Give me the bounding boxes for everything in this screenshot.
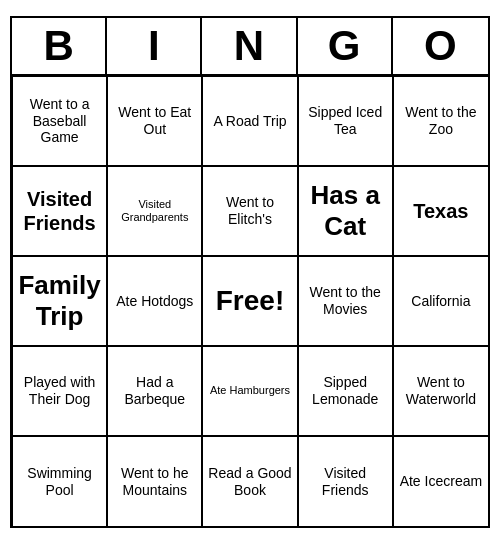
cell-text-19: Went to Waterworld xyxy=(398,374,484,408)
bingo-cell-23: Visited Friends xyxy=(298,436,393,526)
cell-text-4: Went to the Zoo xyxy=(398,104,484,138)
bingo-cell-21: Went to he Mountains xyxy=(107,436,202,526)
bingo-cell-20: Swimming Pool xyxy=(12,436,107,526)
cell-text-15: Played with Their Dog xyxy=(17,374,102,408)
cell-text-21: Went to he Mountains xyxy=(112,465,197,499)
cell-text-11: Ate Hotdogs xyxy=(116,293,193,310)
bingo-cell-22: Read a Good Book xyxy=(202,436,297,526)
cell-text-10: Family Trip xyxy=(17,270,102,332)
bingo-cell-7: Went to Elitch's xyxy=(202,166,297,256)
bingo-header: BINGO xyxy=(12,18,488,76)
bingo-cell-17: Ate Hamburgers xyxy=(202,346,297,436)
cell-text-1: Went to Eat Out xyxy=(112,104,197,138)
bingo-cell-6: Visited Grandparents xyxy=(107,166,202,256)
cell-text-5: Visited Friends xyxy=(17,187,102,235)
bingo-cell-18: Sipped Lemonade xyxy=(298,346,393,436)
bingo-cell-11: Ate Hotdogs xyxy=(107,256,202,346)
cell-text-2: A Road Trip xyxy=(213,113,286,130)
bingo-cell-12: Free! xyxy=(202,256,297,346)
cell-text-0: Went to a Baseball Game xyxy=(17,96,102,146)
cell-text-23: Visited Friends xyxy=(303,465,388,499)
bingo-cell-9: Texas xyxy=(393,166,488,256)
bingo-cell-24: Ate Icecream xyxy=(393,436,488,526)
bingo-card: BINGO Went to a Baseball GameWent to Eat… xyxy=(10,16,490,528)
bingo-cell-4: Went to the Zoo xyxy=(393,76,488,166)
bingo-cell-3: Sipped Iced Tea xyxy=(298,76,393,166)
bingo-cell-8: Has a Cat xyxy=(298,166,393,256)
header-letter-o: O xyxy=(393,18,488,74)
header-letter-i: I xyxy=(107,18,202,74)
header-letter-n: N xyxy=(202,18,297,74)
bingo-cell-16: Had a Barbeque xyxy=(107,346,202,436)
cell-text-3: Sipped Iced Tea xyxy=(303,104,388,138)
cell-text-22: Read a Good Book xyxy=(207,465,292,499)
cell-text-6: Visited Grandparents xyxy=(112,198,197,224)
cell-text-12: Free! xyxy=(216,284,284,318)
header-letter-b: B xyxy=(12,18,107,74)
bingo-cell-13: Went to the Movies xyxy=(298,256,393,346)
bingo-cell-19: Went to Waterworld xyxy=(393,346,488,436)
cell-text-24: Ate Icecream xyxy=(400,473,482,490)
cell-text-18: Sipped Lemonade xyxy=(303,374,388,408)
cell-text-17: Ate Hamburgers xyxy=(210,384,290,397)
bingo-cell-14: California xyxy=(393,256,488,346)
cell-text-7: Went to Elitch's xyxy=(207,194,292,228)
cell-text-9: Texas xyxy=(413,199,468,223)
cell-text-20: Swimming Pool xyxy=(17,465,102,499)
bingo-cell-10: Family Trip xyxy=(12,256,107,346)
cell-text-13: Went to the Movies xyxy=(303,284,388,318)
header-letter-g: G xyxy=(298,18,393,74)
bingo-cell-0: Went to a Baseball Game xyxy=(12,76,107,166)
cell-text-14: California xyxy=(411,293,470,310)
bingo-cell-2: A Road Trip xyxy=(202,76,297,166)
cell-text-16: Had a Barbeque xyxy=(112,374,197,408)
bingo-cell-5: Visited Friends xyxy=(12,166,107,256)
bingo-cell-1: Went to Eat Out xyxy=(107,76,202,166)
bingo-grid: Went to a Baseball GameWent to Eat OutA … xyxy=(12,76,488,526)
cell-text-8: Has a Cat xyxy=(303,180,388,242)
bingo-cell-15: Played with Their Dog xyxy=(12,346,107,436)
